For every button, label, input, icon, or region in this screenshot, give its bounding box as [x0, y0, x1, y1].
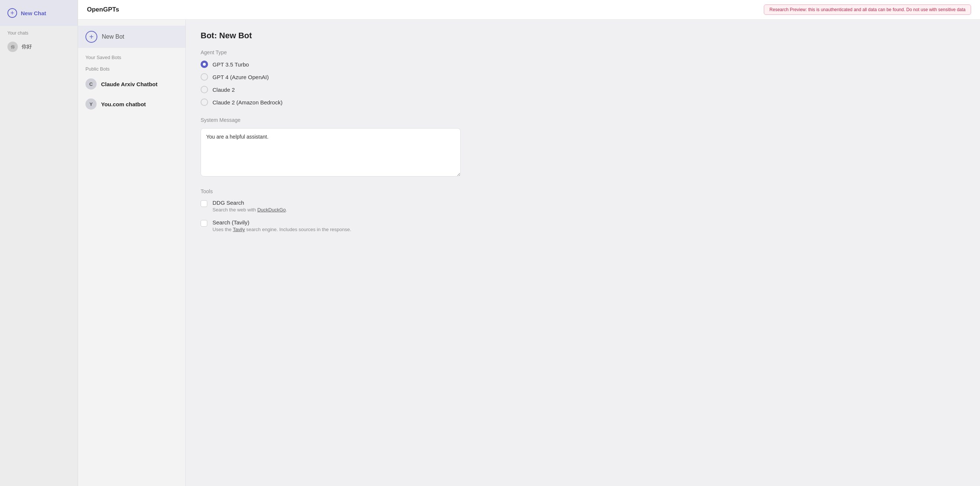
- radio-label-gpt4: GPT 4 (Azure OpenAI): [213, 74, 269, 80]
- plus-circle-icon: +: [8, 8, 17, 18]
- tool-desc-tavily: Uses the Tavily search engine. Includes …: [213, 227, 351, 232]
- tool-desc-tavily-link[interactable]: Tavily: [233, 227, 245, 232]
- bot-item-claude[interactable]: C Claude Arxiv Chatbot: [78, 74, 185, 94]
- tool-desc-ddg: Search the web with DuckDuckGo.: [213, 207, 287, 212]
- tool-checkbox-ddg[interactable]: [200, 200, 207, 207]
- new-bot-plus-icon: +: [86, 31, 97, 43]
- radio-circle-gpt4: [200, 73, 208, 81]
- radio-gpt35[interactable]: GPT 3.5 Turbo: [200, 61, 965, 68]
- sidebar: + New Chat Your chats 你 你好: [0, 0, 78, 486]
- bot-item-youcom[interactable]: Y You.com chatbot: [78, 94, 185, 114]
- config-title: Bot: New Bot: [200, 31, 965, 40]
- radio-label-gpt35: GPT 3.5 Turbo: [213, 61, 249, 68]
- radio-claude2-bedrock[interactable]: Claude 2 (Amazon Bedrock): [200, 99, 965, 106]
- radio-circle-claude2: [200, 86, 208, 93]
- radio-label-claude2: Claude 2: [213, 86, 235, 93]
- new-bot-button[interactable]: + New Bot: [78, 25, 185, 48]
- system-message-input[interactable]: You are a helpful assistant.: [200, 128, 461, 177]
- agent-type-radio-group: GPT 3.5 Turbo GPT 4 (Azure OpenAI) Claud…: [200, 61, 965, 106]
- your-saved-bots-label: Your Saved Bots: [78, 51, 185, 62]
- public-bots-label: Public Bots: [78, 62, 185, 74]
- radio-claude2[interactable]: Claude 2: [200, 86, 965, 93]
- agent-type-label: Agent Type: [200, 49, 965, 55]
- new-bot-label: New Bot: [102, 33, 124, 40]
- tools-section: Tools DDG Search Search the web with Duc…: [200, 188, 965, 232]
- bot-panel: + New Bot Your Saved Bots Public Bots C …: [78, 20, 186, 486]
- tool-item-tavily: Search (Tavily) Uses the Tavily search e…: [200, 219, 965, 232]
- tool-item-ddg: DDG Search Search the web with DuckDuckG…: [200, 199, 965, 212]
- bot-name-youcom: You.com chatbot: [101, 101, 146, 107]
- tool-info-ddg: DDG Search Search the web with DuckDuckG…: [213, 199, 287, 212]
- chat-item-text: 你好: [22, 43, 32, 50]
- app-title: OpenGPTs: [87, 6, 119, 13]
- tool-checkbox-tavily[interactable]: [200, 220, 207, 227]
- config-panel: Bot: New Bot Agent Type GPT 3.5 Turbo GP…: [186, 20, 980, 486]
- tool-desc-ddg-prefix: Search the web with: [213, 207, 258, 212]
- chat-item[interactable]: 你 你好: [0, 38, 78, 56]
- tool-name-ddg: DDG Search: [213, 199, 287, 206]
- content-area: + New Bot Your Saved Bots Public Bots C …: [78, 20, 980, 486]
- your-chats-label: Your chats: [0, 26, 78, 38]
- new-chat-button[interactable]: + New Chat: [0, 0, 78, 26]
- main-area: OpenGPTs Research Preview: this is unaut…: [78, 0, 980, 486]
- radio-circle-claude2-bedrock: [200, 99, 208, 106]
- tool-info-tavily: Search (Tavily) Uses the Tavily search e…: [213, 219, 351, 232]
- avatar: 你: [8, 41, 18, 52]
- radio-gpt4[interactable]: GPT 4 (Azure OpenAI): [200, 73, 965, 81]
- tool-desc-tavily-suffix: search engine. Includes sources in the r…: [245, 227, 351, 232]
- tools-label: Tools: [200, 188, 965, 194]
- system-message-section: System Message You are a helpful assista…: [200, 117, 965, 178]
- bot-avatar-y: Y: [86, 99, 97, 110]
- tool-desc-ddg-suffix: .: [286, 207, 287, 212]
- tool-desc-tavily-prefix: Uses the: [213, 227, 233, 232]
- tool-desc-ddg-link[interactable]: DuckDuckGo: [258, 207, 286, 212]
- bot-name-claude: Claude Arxiv Chatbot: [101, 81, 158, 87]
- new-chat-label: New Chat: [21, 10, 46, 16]
- tool-name-tavily: Search (Tavily): [213, 219, 351, 226]
- research-banner: Research Preview: this is unauthenticate…: [764, 5, 971, 15]
- system-message-label: System Message: [200, 117, 965, 123]
- bot-avatar-c: C: [86, 78, 97, 89]
- header: OpenGPTs Research Preview: this is unaut…: [78, 0, 980, 20]
- radio-label-claude2-bedrock: Claude 2 (Amazon Bedrock): [213, 99, 282, 105]
- radio-circle-gpt35: [200, 61, 208, 68]
